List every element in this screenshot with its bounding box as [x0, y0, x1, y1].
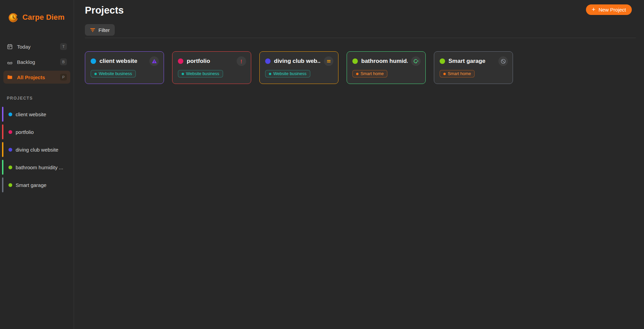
app-logo[interactable]: Carpe Diem — [0, 12, 74, 23]
sidebar-project-client-website[interactable]: client website — [0, 105, 74, 123]
triangle-alert-icon[interactable] — [149, 56, 159, 66]
folder-icon — [7, 74, 13, 80]
project-color-bar — [2, 177, 3, 192]
sidebar-item-today[interactable]: TodayT — [3, 40, 70, 53]
card-header: diving club web... — [265, 56, 333, 66]
tag-label: Smart home — [361, 71, 384, 76]
tag-label: Website business — [99, 71, 132, 76]
tag-dot — [443, 73, 446, 75]
sidebar-item-label: Today — [17, 44, 31, 50]
ban-icon[interactable] — [498, 56, 508, 66]
project-card-portfolio[interactable]: portfolioWebsite business — [172, 51, 251, 84]
project-card-client-website[interactable]: client websiteWebsite business — [85, 51, 164, 84]
tag-dot — [94, 73, 97, 75]
sidebar-project-bathroom-humidity[interactable]: bathroom humidity ... — [0, 158, 74, 176]
card-header: Smart garage — [440, 56, 508, 66]
calendar-icon — [7, 44, 13, 50]
sidebar-project-portfolio[interactable]: portfolio — [0, 123, 74, 141]
tag-dot — [269, 73, 271, 75]
new-project-button[interactable]: + New Project — [586, 4, 632, 15]
app-root: Carpe Diem TodayTBacklogBAll ProjectsP P… — [0, 0, 644, 329]
project-card-title: bathroom humid... — [361, 58, 408, 65]
project-card-bathroom-humid[interactable]: bathroom humid...Smart home — [347, 51, 426, 84]
card-header: bathroom humid... — [352, 56, 421, 66]
sidebar-item-backlog[interactable]: BacklogB — [3, 55, 70, 68]
project-tag: Website business — [265, 70, 310, 77]
project-color-dot — [8, 130, 12, 134]
project-tag: Website business — [178, 70, 223, 77]
shortcut-badge: T — [60, 43, 67, 50]
app-title: Carpe Diem — [22, 13, 65, 22]
project-color-dot — [91, 58, 96, 64]
sidebar-nav: TodayTBacklogBAll ProjectsP — [0, 40, 74, 84]
project-color-dot — [8, 112, 12, 116]
sidebar-item-label: Backlog — [17, 59, 35, 65]
project-label: diving club website — [16, 147, 58, 153]
project-color-dot — [8, 148, 12, 152]
project-label: Smart garage — [16, 182, 47, 188]
shortcut-badge: B — [60, 58, 67, 65]
project-card-title: Smart garage — [448, 58, 485, 65]
equals-icon[interactable] — [324, 56, 333, 66]
project-color-bar — [2, 107, 3, 122]
project-tag: Smart home — [352, 70, 387, 77]
list-restart-icon[interactable] — [411, 56, 421, 66]
filter-label: Filter — [98, 27, 110, 33]
project-color-dot — [8, 166, 12, 169]
sidebar-project-list: client websiteportfoliodiving club websi… — [0, 105, 74, 194]
filter-icon — [90, 28, 95, 32]
tag-label: Smart home — [448, 71, 471, 76]
project-card-title: portfolio — [187, 58, 210, 65]
project-tag: Smart home — [440, 70, 475, 77]
new-project-label: New Project — [599, 7, 626, 13]
page-title: Projects — [85, 0, 636, 16]
project-label: bathroom humidity ... — [16, 164, 63, 170]
main-content: Projects + New Project Filter client web… — [74, 0, 644, 329]
shortcut-badge: P — [60, 74, 67, 81]
card-header: portfolio — [178, 56, 246, 66]
tag-dot — [182, 73, 184, 75]
filter-button[interactable]: Filter — [85, 24, 115, 36]
project-color-dot — [265, 58, 271, 64]
exclamation-icon[interactable] — [237, 56, 246, 66]
logo-clock-icon — [7, 12, 19, 23]
project-tag: Website business — [91, 70, 136, 77]
tag-label: Website business — [273, 71, 307, 76]
project-card-smart-garage[interactable]: Smart garageSmart home — [434, 51, 513, 84]
project-label: portfolio — [16, 129, 34, 135]
project-color-dot — [178, 58, 183, 64]
project-label: client website — [16, 111, 46, 117]
sidebar-item-all-projects[interactable]: All ProjectsP — [3, 71, 70, 84]
tag-dot — [356, 73, 358, 75]
sidebar-item-label: All Projects — [17, 74, 45, 80]
tag-label: Website business — [186, 71, 219, 76]
sidebar-project-smart-garage[interactable]: Smart garage — [0, 176, 74, 194]
project-card-title: diving club web... — [274, 58, 320, 65]
plus-icon: + — [592, 6, 595, 13]
project-color-dot — [8, 183, 12, 187]
project-color-bar — [2, 124, 3, 139]
project-card-diving-club-web[interactable]: diving club web...Website business — [259, 51, 338, 84]
project-color-bar — [2, 142, 3, 157]
project-color-bar — [2, 160, 3, 175]
project-color-dot — [352, 58, 358, 64]
projects-section-title: PROJECTS — [7, 96, 74, 101]
sidebar: Carpe Diem TodayTBacklogBAll ProjectsP P… — [0, 0, 74, 329]
card-header: client website — [91, 56, 159, 66]
project-color-dot — [440, 58, 445, 64]
inbox-icon — [7, 59, 13, 65]
project-card-title: client website — [99, 58, 137, 65]
header-divider — [85, 38, 636, 38]
sidebar-project-diving-club-website[interactable]: diving club website — [0, 141, 74, 158]
project-cards-grid: client websiteWebsite businessportfolioW… — [85, 51, 636, 84]
